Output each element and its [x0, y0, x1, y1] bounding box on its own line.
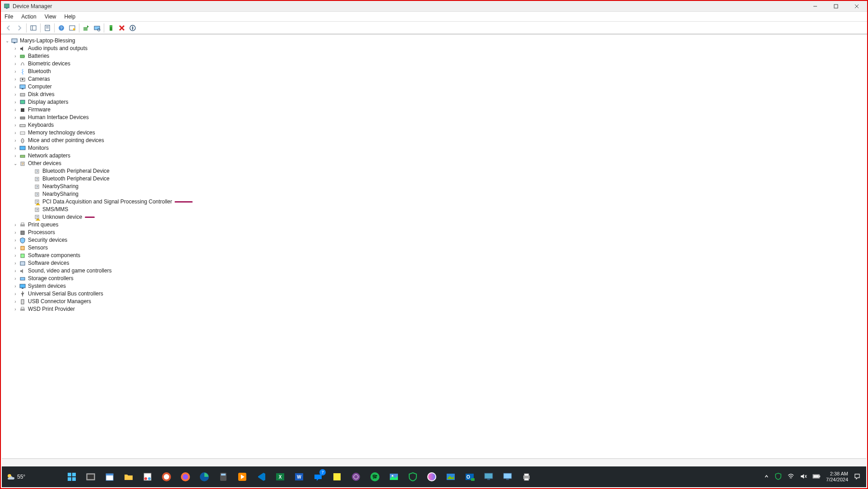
sticky-notes-app[interactable] [331, 471, 343, 483]
help-button[interactable]: ? [56, 23, 66, 33]
tree-category[interactable]: ›Cameras [5, 75, 867, 83]
tree-category[interactable]: ›Software components [5, 252, 867, 259]
show-hide-console-tree-button[interactable] [28, 23, 38, 33]
media-player-app[interactable] [236, 471, 248, 483]
chevron-right-icon[interactable]: › [13, 221, 18, 229]
tree-category[interactable]: ›Keyboards [5, 121, 867, 129]
chevron-right-icon[interactable]: › [13, 259, 18, 267]
close-button[interactable] [846, 1, 867, 12]
tree-category[interactable]: ›Network adapters [5, 152, 867, 160]
edge-app[interactable] [199, 471, 210, 483]
tree-device[interactable]: ›?SMS/MMS [5, 206, 867, 213]
tree-category[interactable]: ›Mice and other pointing devices [5, 137, 867, 144]
enable-device-button[interactable] [106, 23, 116, 33]
security-app[interactable] [407, 471, 419, 483]
maximize-button[interactable] [826, 1, 846, 12]
tree-category[interactable]: ›System devices [5, 282, 867, 290]
calendar-app[interactable] [104, 471, 115, 483]
tree-device[interactable]: ›?NearbySharing [5, 183, 867, 190]
snipping-tool-app[interactable] [142, 471, 153, 483]
menu-action[interactable]: Action [21, 14, 36, 20]
chevron-right-icon[interactable]: › [13, 83, 18, 91]
device-manager-app[interactable] [502, 471, 513, 483]
tree-category[interactable]: ›Print queues [5, 221, 867, 229]
menu-view[interactable]: View [45, 14, 56, 20]
clock[interactable]: 2:38 AM 7/24/2024 [826, 471, 848, 483]
menu-file[interactable]: File [5, 14, 13, 20]
vscode-app[interactable] [255, 471, 267, 483]
tree-category[interactable]: ›Processors [5, 229, 867, 236]
chevron-right-icon[interactable]: › [13, 275, 18, 282]
minimize-button[interactable] [805, 1, 826, 12]
add-legacy-hardware-button[interactable] [128, 23, 138, 33]
tray-overflow-button[interactable] [764, 474, 769, 480]
wifi-icon[interactable] [787, 473, 794, 481]
chevron-right-icon[interactable]: › [13, 45, 18, 52]
chevron-right-icon[interactable]: › [13, 114, 18, 121]
word-app[interactable]: W [293, 471, 305, 483]
tree-category[interactable]: ›Disk drives [5, 91, 867, 98]
chevron-down-icon[interactable]: ⌄ [13, 160, 18, 167]
tree-category[interactable]: ›Firmware [5, 106, 867, 114]
tor-browser-app[interactable] [350, 471, 362, 483]
chevron-right-icon[interactable]: › [13, 282, 18, 290]
tree-device[interactable]: ›?Bluetooth Peripheral Device [5, 167, 867, 175]
remote-desktop-app[interactable] [483, 471, 494, 483]
tree-category[interactable]: ›Software devices [5, 259, 867, 267]
chevron-down-icon[interactable]: ⌄ [5, 37, 10, 45]
tree-category[interactable]: ›Memory technology devices [5, 129, 867, 137]
tree-category[interactable]: ›WSD Print Provider [5, 305, 867, 313]
tree-category[interactable]: ⌄?Other devices [5, 160, 867, 167]
chevron-right-icon[interactable]: › [13, 91, 18, 98]
excel-app[interactable]: X [274, 471, 286, 483]
chevron-right-icon[interactable]: › [13, 267, 18, 275]
weather-widget[interactable]: 55° [2, 472, 30, 481]
chevron-right-icon[interactable]: › [13, 244, 18, 252]
chevron-right-icon[interactable]: › [13, 68, 18, 75]
chevron-right-icon[interactable]: › [13, 236, 18, 244]
chevron-right-icon[interactable]: › [13, 298, 18, 305]
chevron-right-icon[interactable]: › [13, 60, 18, 68]
task-view-button[interactable] [85, 471, 97, 483]
photos-app[interactable] [388, 471, 400, 483]
tree-category[interactable]: ›Sound, video and game controllers [5, 267, 867, 275]
messenger-icon[interactable] [426, 471, 438, 483]
firefox-app[interactable] [180, 471, 191, 483]
duckduckgo-app[interactable] [161, 471, 172, 483]
uninstall-device-button[interactable] [117, 23, 127, 33]
chevron-right-icon[interactable]: › [13, 252, 18, 259]
chevron-right-icon[interactable]: › [13, 152, 18, 160]
tree-category[interactable]: ›Biometric devices [5, 60, 867, 68]
chevron-right-icon[interactable]: › [13, 129, 18, 137]
tree-category[interactable]: ›USB Connector Managers [5, 298, 867, 305]
chevron-right-icon[interactable]: › [13, 106, 18, 114]
update-driver-button[interactable] [81, 23, 91, 33]
tree-category[interactable]: ›Monitors [5, 144, 867, 152]
photos-icon[interactable] [445, 471, 457, 483]
tree-root[interactable]: ⌄ Marys-Laptop-Blessing [5, 37, 867, 45]
chevron-right-icon[interactable]: › [13, 137, 18, 144]
tree-device[interactable]: ›?!Unknown device [5, 213, 867, 221]
spotify-app[interactable] [369, 471, 381, 483]
tree-category[interactable]: ›Batteries [5, 52, 867, 60]
tree-category[interactable]: ›Computer [5, 83, 867, 91]
tree-category[interactable]: ›Bluetooth [5, 68, 867, 75]
messenger-app[interactable]: 7 [312, 471, 324, 483]
properties-button[interactable] [42, 23, 52, 33]
battery-icon[interactable] [813, 474, 821, 480]
action-button[interactable] [67, 23, 77, 33]
calculator-app[interactable] [217, 471, 229, 483]
chevron-right-icon[interactable]: › [13, 75, 18, 83]
chevron-right-icon[interactable]: › [13, 305, 18, 313]
tree-device[interactable]: ›?Bluetooth Peripheral Device [5, 175, 867, 183]
outlook-app[interactable]: O [464, 471, 476, 483]
tree-category[interactable]: ›Universal Serial Bus controllers [5, 290, 867, 298]
chevron-right-icon[interactable]: › [13, 98, 18, 106]
tree-category[interactable]: ›Audio inputs and outputs [5, 45, 867, 52]
chevron-right-icon[interactable]: › [13, 229, 18, 236]
chevron-right-icon[interactable]: › [13, 52, 18, 60]
tree-device[interactable]: ›?NearbySharing [5, 190, 867, 198]
tree-category[interactable]: ›Security devices [5, 236, 867, 244]
file-explorer-app[interactable] [123, 471, 134, 483]
tree-category[interactable]: ›Human Interface Devices [5, 114, 867, 121]
